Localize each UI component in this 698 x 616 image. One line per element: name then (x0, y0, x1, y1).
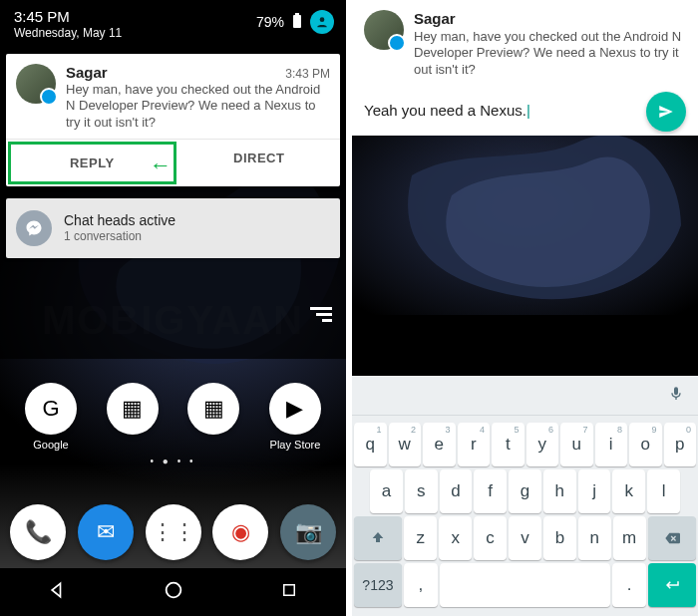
chatheads-notification-card[interactable]: Chat heads active 1 conversation (6, 198, 340, 258)
app-label: Play Store (270, 439, 321, 451)
key-u[interactable]: u7 (560, 423, 593, 466)
key-z[interactable]: z (404, 516, 437, 560)
key-i[interactable]: i8 (595, 423, 628, 466)
chatheads-subtitle: 1 conversation (64, 229, 175, 243)
notification-message: Hey man, have you checked out the Androi… (66, 82, 330, 131)
sender-avatar (16, 64, 56, 104)
app-folder-icon[interactable]: ▦ (178, 383, 248, 453)
app-label: Google (33, 439, 68, 451)
sender-name: Sagar (66, 64, 108, 81)
chrome-icon: ◉ (212, 504, 268, 560)
keyboard: q1w2e3r4t5y6u7i8o9p0 asdfghjkl zxcvbnm ?… (352, 376, 698, 616)
notification-message: Hey man, have you checked out the Androi… (414, 29, 686, 78)
key-v[interactable]: v (509, 516, 541, 560)
play-store-icon: ▶ (269, 383, 321, 435)
key-e[interactable]: e3 (423, 423, 456, 466)
message-notification-card[interactable]: Sagar 3:43 PM Hey man, have you checked … (6, 54, 340, 186)
inline-reply-panel: Sagar Hey man, have you checked out the … (352, 0, 698, 136)
dock-row: 📞✉⋮⋮◉📷 (0, 504, 346, 560)
key-y[interactable]: y6 (526, 423, 559, 466)
svg-rect-0 (293, 15, 301, 28)
key-h[interactable]: h (543, 469, 576, 513)
reply-input-text: Yeah you need a Nexus. (364, 102, 526, 119)
folder-icon: ▦ (187, 383, 239, 435)
wallpaper (352, 136, 698, 315)
key-o[interactable]: o9 (629, 423, 662, 466)
shift-key[interactable] (354, 516, 402, 560)
svg-rect-5 (322, 319, 332, 322)
app-drawer-icon: ⋮⋮ (146, 504, 201, 560)
symbols-key[interactable]: ?123 (354, 563, 402, 607)
notification-time: 3:43 PM (285, 67, 330, 81)
nav-bar (0, 568, 346, 616)
key-q[interactable]: q1 (354, 423, 387, 466)
battery-percentage: 79% (256, 14, 284, 30)
key-n[interactable]: n (578, 516, 611, 560)
notification-actions: REPLY DIRECT (6, 139, 340, 186)
key-a[interactable]: a (370, 469, 403, 513)
right-screenshot: Sagar Hey man, have you checked out the … (352, 0, 698, 616)
backspace-key[interactable] (648, 516, 696, 560)
reply-input[interactable]: Yeah you need a Nexus.| (364, 102, 638, 121)
google-icon: G (25, 383, 77, 435)
suggestion-bar (352, 376, 698, 416)
dock-messenger-icon[interactable]: ✉ (78, 504, 134, 560)
space-key[interactable] (440, 563, 610, 607)
key-s[interactable]: s (405, 469, 438, 513)
enter-key[interactable] (648, 563, 696, 607)
comma-key[interactable]: , (404, 563, 438, 607)
svg-rect-3 (310, 307, 332, 310)
notification-settings-icon[interactable] (310, 307, 332, 327)
callout-arrow-icon: ← (150, 153, 172, 178)
home-screen-row: GGoogle▦▦▶Play Store (0, 383, 346, 453)
svg-point-6 (167, 583, 181, 598)
key-x[interactable]: x (439, 516, 472, 560)
svg-point-2 (320, 17, 325, 22)
direct-button[interactable]: DIRECT (178, 140, 341, 186)
key-f[interactable]: f (474, 469, 507, 513)
svg-rect-4 (316, 313, 332, 316)
key-j[interactable]: j (578, 469, 611, 513)
sender-name: Sagar (414, 10, 686, 27)
dock-camera-icon[interactable]: 📷 (280, 504, 336, 560)
key-t[interactable]: t5 (492, 423, 524, 466)
key-m[interactable]: m (613, 516, 646, 560)
phone-icon: 📞 (10, 504, 66, 560)
svg-rect-1 (295, 13, 299, 15)
send-button[interactable] (646, 92, 686, 132)
back-button[interactable] (48, 580, 68, 604)
key-w[interactable]: w2 (389, 423, 422, 466)
camera-icon: 📷 (280, 504, 336, 560)
app-folder-icon[interactable]: ▦ (98, 383, 168, 453)
period-key[interactable]: . (612, 563, 646, 607)
left-screenshot: MOBIGYAAN 3:45 PM Wednesday, May 11 79% (0, 0, 346, 616)
key-b[interactable]: b (543, 516, 576, 560)
key-l[interactable]: l (647, 469, 680, 513)
dock-app-drawer-icon[interactable]: ⋮⋮ (146, 504, 201, 560)
key-g[interactable]: g (509, 469, 541, 513)
dock-chrome-icon[interactable]: ◉ (212, 504, 268, 560)
messenger-icon (16, 210, 52, 246)
voice-input-icon[interactable] (668, 384, 684, 408)
app-google-icon[interactable]: GGoogle (16, 383, 86, 453)
recents-button[interactable] (280, 581, 298, 603)
folder-icon: ▦ (107, 383, 159, 435)
app-play-store-icon[interactable]: ▶Play Store (260, 383, 330, 453)
status-header: 3:45 PM Wednesday, May 11 79% (0, 0, 346, 50)
svg-rect-7 (284, 585, 295, 596)
key-p[interactable]: p0 (664, 423, 697, 466)
chatheads-title: Chat heads active (64, 212, 175, 228)
home-button[interactable] (163, 579, 184, 605)
key-r[interactable]: r4 (458, 423, 491, 466)
key-k[interactable]: k (612, 469, 645, 513)
key-d[interactable]: d (440, 469, 473, 513)
battery-icon (292, 13, 302, 32)
user-avatar-icon[interactable] (310, 10, 334, 34)
key-c[interactable]: c (474, 516, 507, 560)
dock-phone-icon[interactable]: 📞 (10, 504, 66, 560)
sender-avatar (364, 10, 404, 50)
messenger-icon: ✉ (78, 504, 134, 560)
